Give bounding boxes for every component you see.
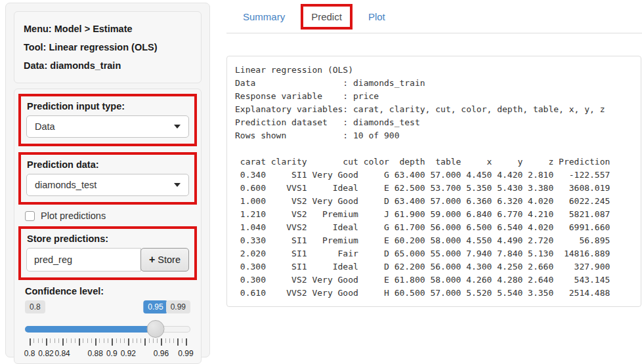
plus-icon: + <box>149 254 155 266</box>
confidence-slider: 0.8 0.95 0.99 0.80.820.840.880.90.920.96… <box>25 300 190 359</box>
tool-name: Tool: Linear regression (OLS) <box>24 38 192 56</box>
main-area: Summary Predict Plot <box>226 0 642 33</box>
prediction-data-value: diamonds_test <box>35 180 96 190</box>
prediction-input-type-select[interactable]: Data <box>26 115 189 138</box>
plot-predictions-checkbox[interactable] <box>25 211 35 221</box>
tab-summary[interactable]: Summary <box>233 5 295 29</box>
confidence-level-label: Confidence level: <box>25 286 197 296</box>
prediction-input-type-label: Prediction input type: <box>27 101 189 111</box>
prediction-data-label: Prediction data: <box>27 159 189 170</box>
slider-max-badge: 0.99 <box>166 300 190 313</box>
tab-plot[interactable]: Plot <box>358 5 395 29</box>
store-predictions-input[interactable] <box>26 248 141 272</box>
plot-predictions-label: Plot predictions <box>41 211 106 221</box>
annotation-box-predict-tab: Predict <box>301 4 353 30</box>
tab-bar: Summary Predict Plot <box>226 0 642 33</box>
prediction-table: carat clarity cut color depth table x y … <box>235 157 610 298</box>
dataset-name: Data: diamonds_train <box>24 56 192 75</box>
store-button[interactable]: + Store <box>140 248 189 272</box>
plot-predictions-row: Plot predictions <box>25 211 197 221</box>
slider-track[interactable] <box>25 326 190 333</box>
store-predictions-label: Store predictions: <box>27 233 189 244</box>
chevron-down-icon <box>174 183 181 187</box>
chevron-down-icon <box>174 125 181 129</box>
slider-badges: 0.8 0.95 0.99 <box>25 300 190 316</box>
prediction-summary: Linear regression (OLS) Data : diamonds_… <box>235 65 605 140</box>
slider-fill <box>25 326 156 333</box>
annotation-box-prediction-data: Prediction data: diamonds_test <box>18 152 197 205</box>
store-button-label: Store <box>158 254 181 265</box>
slider-track-row <box>25 321 190 338</box>
radiant-app: Menu: Model > Estimate Tool: Linear regr… <box>0 0 642 364</box>
slider-ticks <box>30 338 186 346</box>
sidebar: Menu: Model > Estimate Tool: Linear regr… <box>5 3 210 357</box>
prediction-output-text: Linear regression (OLS) Data : diamonds_… <box>227 56 641 307</box>
slider-tick-labels: 0.80.820.840.880.90.920.960.99 <box>30 349 186 359</box>
prediction-input-type-value: Data <box>35 121 55 132</box>
tab-predict[interactable]: Predict <box>303 7 350 27</box>
controls-panel: Prediction input type: Data Prediction d… <box>14 89 202 364</box>
model-info-panel: Menu: Model > Estimate Tool: Linear regr… <box>14 11 202 83</box>
store-predictions-group: + Store <box>26 248 189 272</box>
slider-min-badge: 0.8 <box>25 300 45 313</box>
menu-breadcrumb: Menu: Model > Estimate <box>24 20 192 38</box>
slider-handle[interactable] <box>146 320 164 338</box>
slider-value-badge: 0.95 <box>143 300 167 313</box>
prediction-data-select[interactable]: diamonds_test <box>26 174 189 196</box>
annotation-box-store-predictions: Store predictions: + Store <box>18 226 197 280</box>
annotation-box-prediction-input-type: Prediction input type: Data <box>18 94 197 146</box>
prediction-output-panel: Linear regression (OLS) Data : diamonds_… <box>226 56 641 307</box>
